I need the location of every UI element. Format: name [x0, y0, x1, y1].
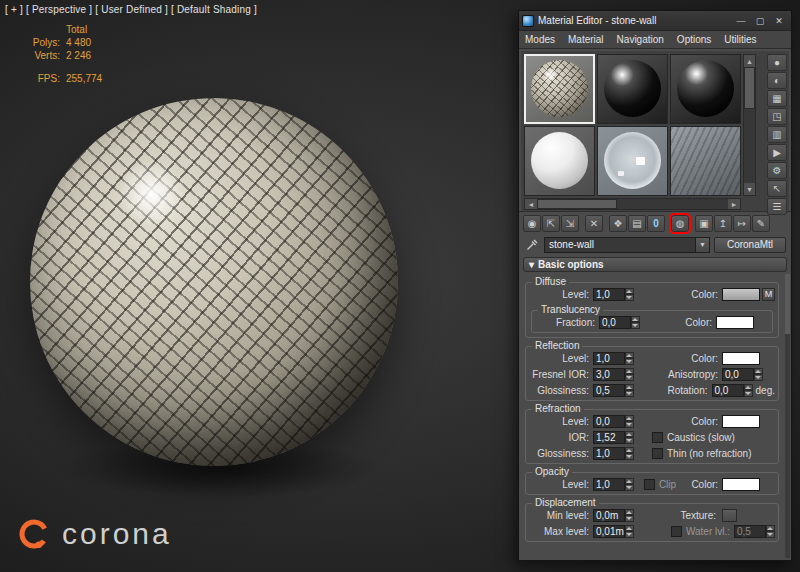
spinner-arrows[interactable]: [754, 368, 763, 381]
translucency-fraction-spinner[interactable]: 0,0: [599, 316, 640, 329]
diffuse-level-spinner[interactable]: 1,0: [593, 288, 634, 301]
refraction-level-spinner[interactable]: 0,0: [593, 415, 634, 428]
opacity-level-value[interactable]: 1,0: [593, 478, 625, 491]
water-level-spinner[interactable]: 0,5: [734, 525, 775, 538]
ior-value[interactable]: 1,52: [593, 431, 625, 444]
viewport-label[interactable]: [ + ] [ Perspective ] [ User Defined ] […: [5, 4, 257, 15]
ior-spinner[interactable]: 1,52: [593, 431, 634, 444]
show-end-result-icon[interactable]: ▣: [695, 215, 713, 232]
spinner-arrows[interactable]: [766, 525, 775, 538]
chevron-down-icon[interactable]: ▼: [695, 238, 709, 252]
menu-options[interactable]: Options: [677, 34, 711, 45]
spinner-arrows[interactable]: [625, 352, 634, 365]
assign-material-to-selection-icon[interactable]: ⇲: [561, 215, 579, 232]
show-in-viewport-icon[interactable]: ◍: [671, 215, 689, 232]
minimize-button[interactable]: —: [732, 13, 750, 28]
fresnel-ior-value[interactable]: 3,0: [593, 368, 625, 381]
spinner-arrows[interactable]: [744, 384, 753, 397]
displacement-texture-button[interactable]: [722, 509, 737, 522]
scroll-up-arrow[interactable]: ▲: [744, 55, 755, 67]
pick-material-icon[interactable]: ✎: [752, 215, 770, 232]
menu-modes[interactable]: Modes: [525, 34, 555, 45]
spinner-arrows[interactable]: [625, 509, 634, 522]
preview-slot-2[interactable]: [597, 54, 668, 124]
backlight-icon[interactable]: ◐: [767, 72, 787, 89]
caustics-checkbox[interactable]: [652, 432, 663, 443]
eyedropper-icon[interactable]: [524, 237, 540, 253]
close-button[interactable]: ✕: [770, 13, 788, 28]
fresnel-ior-spinner[interactable]: 3,0: [593, 368, 634, 381]
scrollbar-thumb[interactable]: [744, 67, 755, 109]
translucency-fraction-value[interactable]: 0,0: [599, 316, 631, 329]
titlebar[interactable]: Material Editor - stone-wall — ▢ ✕: [519, 11, 791, 31]
basic-options-rollout[interactable]: ▾ Basic options: [523, 257, 787, 272]
make-unique-icon[interactable]: ❖: [609, 215, 627, 232]
reset-map-icon[interactable]: ✕: [585, 215, 603, 232]
anisotropy-spinner[interactable]: 0,0: [722, 368, 763, 381]
scroll-down-arrow[interactable]: ▼: [744, 183, 755, 195]
material-map-navigator-icon[interactable]: ☰: [767, 198, 787, 215]
maximize-button[interactable]: ▢: [751, 13, 769, 28]
diffuse-level-value[interactable]: 1,0: [593, 288, 625, 301]
translucency-color-swatch[interactable]: [716, 316, 754, 329]
reflection-level-value[interactable]: 1,0: [593, 352, 625, 365]
reflection-glossiness-value[interactable]: 0,5: [593, 384, 625, 397]
preview-slot-1-stone-wall[interactable]: [524, 54, 595, 124]
reflection-color-swatch[interactable]: [722, 352, 760, 365]
preview-slot-3[interactable]: [670, 54, 741, 124]
material-id-channel-icon[interactable]: 0: [647, 215, 665, 232]
max-level-value[interactable]: 0,01m: [593, 525, 625, 538]
preview-horizontal-scrollbar[interactable]: ◄ ►: [524, 198, 741, 210]
water-level-value[interactable]: 0,5: [734, 525, 766, 538]
scrollbar-thumb[interactable]: [785, 274, 790, 334]
go-forward-sibling-icon[interactable]: ↦: [733, 215, 751, 232]
select-by-material-icon[interactable]: ↖: [767, 180, 787, 197]
refraction-color-swatch[interactable]: [722, 415, 760, 428]
min-level-value[interactable]: 0,0m: [593, 509, 625, 522]
min-level-spinner[interactable]: 0,0m: [593, 509, 634, 522]
menu-utilities[interactable]: Utilities: [724, 34, 756, 45]
spinner-arrows[interactable]: [625, 525, 634, 538]
spinner-arrows[interactable]: [625, 431, 634, 444]
spinner-arrows[interactable]: [625, 447, 634, 460]
sample-uv-tiling-icon[interactable]: ◳: [767, 108, 787, 125]
sample-type-icon[interactable]: ●: [767, 54, 787, 71]
spinner-arrows[interactable]: [625, 368, 634, 381]
generate-preview-icon[interactable]: ▶: [767, 144, 787, 161]
background-icon[interactable]: ▦: [767, 90, 787, 107]
spinner-arrows[interactable]: [625, 384, 634, 397]
scrollbar-thumb[interactable]: [537, 199, 617, 209]
params-scrollbar[interactable]: [785, 274, 790, 558]
spinner-arrows[interactable]: [631, 316, 640, 329]
menu-material[interactable]: Material: [568, 34, 604, 45]
water-level-checkbox[interactable]: [671, 526, 682, 537]
thin-checkbox[interactable]: [652, 448, 663, 459]
material-class-button[interactable]: CoronaMtl: [714, 237, 786, 253]
clip-checkbox[interactable]: [644, 479, 655, 490]
diffuse-map-button[interactable]: M: [762, 288, 775, 301]
scroll-left-arrow[interactable]: ◄: [525, 199, 537, 209]
diffuse-color-swatch[interactable]: [722, 288, 760, 301]
scroll-right-arrow[interactable]: ►: [728, 199, 740, 209]
refraction-glossiness-spinner[interactable]: 1,0: [593, 447, 634, 460]
max-level-spinner[interactable]: 0,01m: [593, 525, 634, 538]
put-material-to-scene-icon[interactable]: ⇱: [542, 215, 560, 232]
spinner-arrows[interactable]: [625, 288, 634, 301]
options-icon[interactable]: ⚙: [767, 162, 787, 179]
reflection-level-spinner[interactable]: 1,0: [593, 352, 634, 365]
menu-navigation[interactable]: Navigation: [617, 34, 664, 45]
rotation-spinner[interactable]: 0,0: [712, 384, 753, 397]
material-name-dropdown[interactable]: stone-wall ▼: [544, 237, 710, 253]
opacity-color-swatch[interactable]: [722, 478, 760, 491]
anisotropy-value[interactable]: 0,0: [722, 368, 754, 381]
refraction-level-value[interactable]: 0,0: [593, 415, 625, 428]
rotation-value[interactable]: 0,0: [712, 384, 744, 397]
put-to-library-icon[interactable]: ▤: [628, 215, 646, 232]
reflection-glossiness-spinner[interactable]: 0,5: [593, 384, 634, 397]
preview-slot-4[interactable]: [524, 126, 595, 196]
preview-vertical-scrollbar[interactable]: ▲ ▼: [743, 54, 756, 196]
preview-slot-5[interactable]: [597, 126, 668, 196]
go-to-parent-icon[interactable]: ↥: [714, 215, 732, 232]
stone-sphere-object[interactable]: [30, 98, 398, 466]
refraction-glossiness-value[interactable]: 1,0: [593, 447, 625, 460]
